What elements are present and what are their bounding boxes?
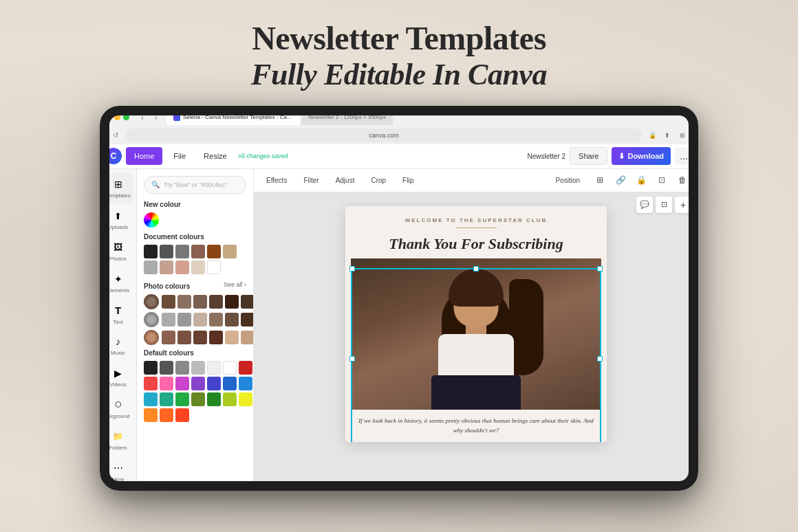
- default-swatch-22[interactable]: [144, 408, 158, 422]
- default-swatch-16[interactable]: [160, 392, 173, 406]
- share-button[interactable]: Share: [570, 147, 607, 165]
- sidebar-item-background[interactable]: ⬡ Bkground: [103, 394, 133, 424]
- default-swatch-1[interactable]: [144, 361, 158, 375]
- default-swatch-7[interactable]: [239, 361, 252, 375]
- default-swatch-5[interactable]: [207, 361, 221, 375]
- default-swatch-8[interactable]: [144, 377, 158, 390]
- traffic-light-green[interactable]: [123, 114, 129, 120]
- photo-swatch-1-3[interactable]: [193, 295, 207, 309]
- default-swatch-24[interactable]: [175, 408, 189, 422]
- photo-swatch-3-4[interactable]: [209, 331, 223, 344]
- doc-swatch-2[interactable]: [160, 245, 173, 258]
- rainbow-swatch[interactable]: [144, 212, 159, 228]
- duplicate-icon-btn[interactable]: ⊡: [656, 197, 672, 213]
- doc-swatch-11[interactable]: [207, 261, 221, 274]
- photo-swatch-3-6[interactable]: [241, 331, 254, 344]
- doc-swatch-8[interactable]: [160, 261, 173, 274]
- photo-swatch-1-4[interactable]: [209, 295, 223, 309]
- forward-button[interactable]: ›: [150, 111, 162, 124]
- selection-handle-mr: [597, 356, 603, 362]
- comment-icon-btn[interactable]: 💬: [636, 197, 653, 213]
- videos-icon: ▶: [111, 366, 125, 380]
- default-swatch-21[interactable]: [239, 392, 252, 406]
- default-swatch-10[interactable]: [175, 377, 189, 390]
- address-bar[interactable]: canva.com: [126, 129, 642, 142]
- arrange-icon[interactable]: ⊞: [591, 171, 609, 189]
- link-icon[interactable]: 🔗: [612, 171, 629, 189]
- sidebar-item-elements[interactable]: ✦ Elements: [103, 267, 133, 298]
- add-element-btn[interactable]: +: [675, 197, 691, 213]
- download-button[interactable]: ⬇ Download: [612, 147, 671, 165]
- photo-swatch-1-5[interactable]: [225, 295, 239, 309]
- photo-swatch-3-1[interactable]: [162, 331, 175, 344]
- adjust-button[interactable]: Adjust: [330, 171, 360, 189]
- default-swatch-23[interactable]: [160, 408, 173, 422]
- resize-button[interactable]: Resize: [197, 147, 234, 165]
- doc-swatch-7[interactable]: [144, 261, 158, 274]
- default-swatch-18[interactable]: [191, 392, 205, 406]
- photo-swatch-2-3[interactable]: [193, 313, 207, 326]
- photo-swatch-2-5[interactable]: [225, 313, 239, 326]
- sidebar-item-folders[interactable]: 📁 Folders: [103, 425, 133, 455]
- file-button[interactable]: File: [166, 147, 193, 165]
- traffic-light-yellow[interactable]: [114, 114, 120, 120]
- doc-swatch-6[interactable]: [223, 245, 237, 258]
- doc-swatch-4[interactable]: [191, 245, 205, 258]
- sidebar-item-music[interactable]: ♪ Music: [103, 331, 133, 361]
- traffic-light-red[interactable]: [105, 114, 111, 120]
- default-swatch-15[interactable]: [144, 392, 158, 406]
- back-button[interactable]: ‹: [136, 111, 149, 124]
- delete-icon[interactable]: 🗑: [673, 171, 691, 189]
- doc-swatch-9[interactable]: [175, 261, 189, 274]
- default-swatch-12[interactable]: [207, 377, 221, 390]
- sidebar-item-videos[interactable]: ▶ Videos: [103, 362, 133, 392]
- more-options-button[interactable]: ...: [675, 147, 693, 165]
- photo-swatch-2-4[interactable]: [209, 313, 223, 326]
- default-swatch-13[interactable]: [223, 377, 237, 390]
- tab-inactive[interactable]: Newsletter 2 - 1200px × 3500px: [301, 110, 393, 125]
- doc-swatch-5[interactable]: [207, 245, 221, 258]
- default-swatch-20[interactable]: [223, 392, 237, 406]
- default-swatch-4[interactable]: [191, 361, 205, 375]
- default-swatch-14[interactable]: [239, 377, 252, 390]
- photo-swatch-3-5[interactable]: [225, 331, 239, 344]
- share-browser-icon[interactable]: ⬆: [661, 129, 673, 142]
- default-swatch-17[interactable]: [175, 392, 189, 406]
- photo-swatch-3-3[interactable]: [193, 331, 207, 344]
- lock-icon[interactable]: 🔒: [632, 171, 650, 189]
- crop-button[interactable]: Crop: [365, 171, 391, 189]
- copy-icon[interactable]: ⊡: [653, 171, 671, 189]
- default-swatch-19[interactable]: [207, 392, 221, 406]
- flip-button[interactable]: Flip: [397, 171, 419, 189]
- doc-swatch-1[interactable]: [144, 245, 158, 258]
- default-swatch-9[interactable]: [160, 377, 173, 390]
- sidebar-item-uploads[interactable]: ⬆ Uploads: [103, 205, 133, 235]
- color-search-bar[interactable]: 🔍 Try "blue" or "#00c4ec": [144, 176, 246, 194]
- filter-button[interactable]: Filter: [298, 171, 324, 189]
- sidebar-item-photos[interactable]: 🖼 Photos: [103, 236, 133, 267]
- photo-swatch-1-6[interactable]: [241, 295, 254, 309]
- tab-active[interactable]: Selena - Canva Newsletter Templates - Ca…: [166, 110, 300, 125]
- photo-swatch-2-1[interactable]: [162, 313, 175, 326]
- position-button[interactable]: Position: [550, 171, 585, 189]
- default-swatch-11[interactable]: [191, 377, 205, 390]
- new-tab-icon[interactable]: ⊞: [676, 129, 689, 142]
- sidebar-icons: ⊞ Templates ⬆ Uploads 🖼 Photos ✦ Element…: [100, 169, 137, 491]
- home-button[interactable]: Home: [126, 147, 162, 165]
- photo-swatch-3-2[interactable]: [177, 331, 191, 344]
- doc-swatch-3[interactable]: [175, 245, 189, 258]
- see-all-link[interactable]: See all ›: [224, 281, 246, 288]
- photo-swatch-1-1[interactable]: [162, 295, 175, 309]
- reload-button[interactable]: ↺: [109, 129, 122, 142]
- default-swatch-2[interactable]: [160, 361, 173, 375]
- effects-button[interactable]: Effects: [261, 171, 292, 189]
- default-swatch-6[interactable]: [223, 361, 237, 375]
- sidebar-item-templates[interactable]: ⊞ Templates: [103, 173, 133, 203]
- sidebar-item-more[interactable]: ⋯ More: [103, 456, 133, 487]
- photo-swatch-2-2[interactable]: [177, 313, 191, 326]
- photo-swatch-1-2[interactable]: [177, 295, 191, 309]
- sidebar-item-text[interactable]: T Text: [103, 299, 133, 329]
- doc-swatch-10[interactable]: [191, 261, 205, 274]
- photo-swatch-2-6[interactable]: [241, 313, 254, 326]
- default-swatch-3[interactable]: [175, 361, 189, 375]
